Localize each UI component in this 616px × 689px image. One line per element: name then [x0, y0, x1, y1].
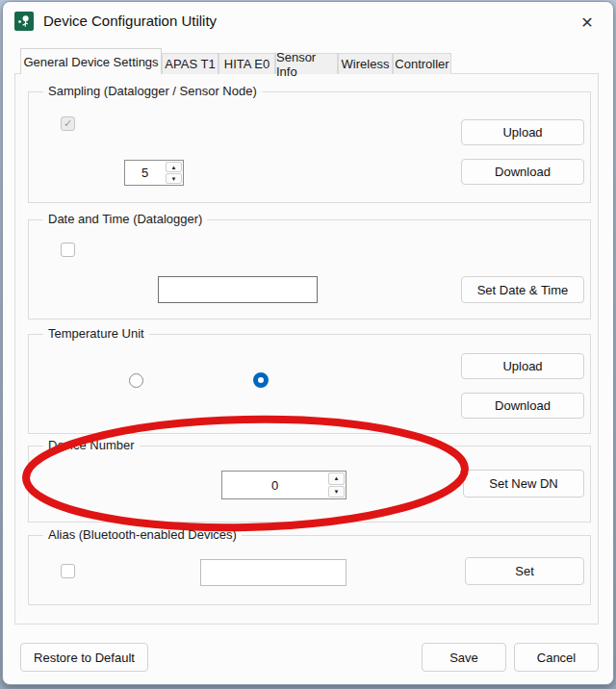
spin-up-icon[interactable]: ▲ — [166, 162, 182, 172]
screen: Device Configuration Utility ✕ General D… — [0, 0, 616, 689]
spin-down-icon[interactable]: ▼ — [328, 486, 345, 498]
interval-stepper[interactable]: ▲ ▼ — [124, 160, 184, 186]
group-sampling: Sampling (Datalogger / Sensor Node) — [28, 91, 591, 203]
alias-set-button[interactable]: Set — [465, 557, 584, 585]
cancel-button[interactable]: Cancel — [514, 643, 599, 672]
group-alias-title: Alias (Bluetooth-enabled Devices) — [43, 527, 242, 542]
tab-hita-e0[interactable]: HITA E0 — [218, 53, 275, 74]
tab-apas-t1[interactable]: APAS T1 — [162, 53, 218, 74]
dn-spin-arrows: ▲ ▼ — [327, 472, 346, 498]
metric-radio[interactable] — [253, 372, 269, 388]
save-button[interactable]: Save — [422, 643, 506, 672]
alias-enabled-checkbox[interactable]: ✓ — [61, 564, 75, 578]
alias-field[interactable] — [200, 559, 346, 586]
group-temperature-title: Temperature Unit — [43, 326, 149, 341]
tab-controller[interactable]: Controller — [393, 53, 451, 74]
device-configuration-window: Device Configuration Utility ✕ General D… — [2, 1, 614, 685]
english-radio[interactable] — [129, 373, 143, 388]
restore-default-button[interactable]: Restore to Default — [20, 643, 148, 672]
tab-wireless[interactable]: Wireless — [338, 53, 393, 74]
sampling-upload-button[interactable]: Upload — [461, 119, 584, 145]
set-new-dn-button[interactable]: Set New DN — [463, 470, 584, 498]
logging-enabled-checkbox[interactable]: ✓ — [61, 116, 75, 131]
plant-icon — [17, 14, 31, 28]
spin-up-icon[interactable]: ▲ — [328, 472, 345, 485]
autoset-checkbox[interactable]: ✓ — [61, 242, 75, 257]
group-sampling-title: Sampling (Datalogger / Sensor Node) — [43, 84, 262, 98]
spin-down-icon[interactable]: ▼ — [166, 173, 182, 184]
group-date-time: Date and Time (Datalogger) — [28, 219, 591, 319]
dn-input[interactable] — [222, 472, 327, 498]
group-temperature-unit: Temperature Unit — [28, 334, 591, 434]
rtc-time-field[interactable] — [158, 276, 318, 303]
tab-general-device-settings[interactable]: General Device Settings — [20, 48, 162, 74]
temperature-upload-button[interactable]: Upload — [461, 353, 584, 379]
dn-stepper[interactable]: ▲ ▼ — [221, 471, 346, 499]
title-bar[interactable]: Device Configuration Utility ✕ — [3, 2, 613, 42]
close-icon[interactable]: ✕ — [571, 8, 603, 37]
app-logo-icon — [14, 12, 34, 31]
set-date-time-button[interactable]: Set Date & Time — [461, 276, 584, 303]
temperature-download-button[interactable]: Download — [461, 393, 584, 419]
interval-input[interactable] — [125, 161, 165, 185]
group-device-number-title: Device Number — [43, 438, 140, 452]
interval-spin-arrows: ▲ ▼ — [165, 161, 183, 185]
check-icon: ✓ — [64, 117, 72, 130]
sampling-download-button[interactable]: Download — [461, 159, 584, 185]
window-title: Device Configuration Utility — [43, 13, 217, 29]
tab-sensor-info[interactable]: Sensor Info — [275, 53, 338, 74]
group-date-time-title: Date and Time (Datalogger) — [43, 212, 207, 226]
